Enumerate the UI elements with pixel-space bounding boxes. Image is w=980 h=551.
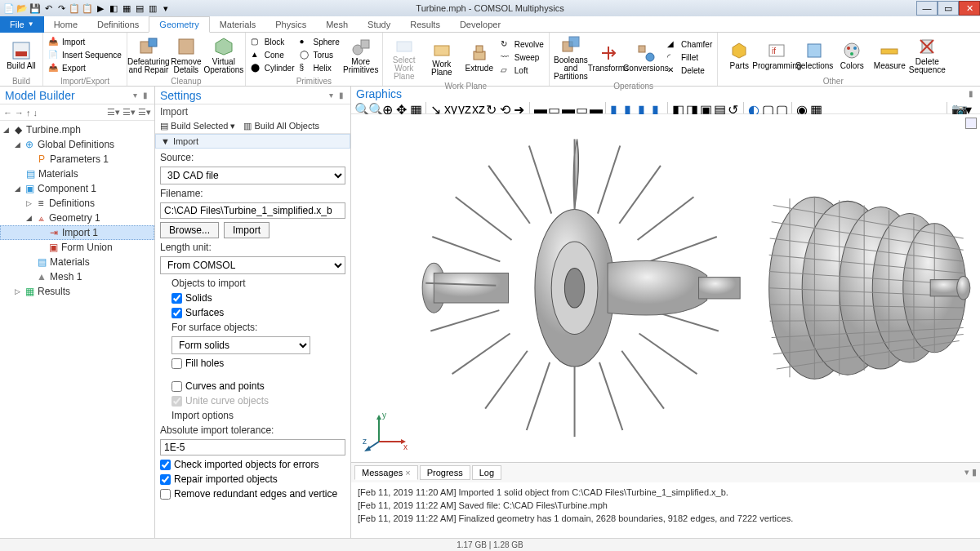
- surfaces-checkbox[interactable]: Surfaces: [172, 307, 345, 318]
- view2-icon[interactable]: ▭: [548, 102, 559, 113]
- import-file-button[interactable]: Import: [224, 222, 270, 238]
- defeaturing-button[interactable]: Defeaturing and Repair: [132, 34, 165, 76]
- curves-points-checkbox[interactable]: Curves and points: [172, 380, 345, 392]
- surface-objects-select[interactable]: Form solids: [172, 336, 310, 354]
- misc-icon[interactable]: ◧: [108, 2, 119, 14]
- clip3-icon[interactable]: ▢: [776, 102, 787, 113]
- file-tab[interactable]: File ▼: [0, 16, 44, 33]
- section-import[interactable]: ▼Import: [155, 134, 350, 149]
- clip2-icon[interactable]: ▢: [762, 102, 773, 113]
- tab-log[interactable]: Log: [472, 465, 501, 480]
- sel2-icon[interactable]: ▮: [624, 102, 635, 113]
- down-icon[interactable]: ↓: [33, 108, 38, 118]
- render4-icon[interactable]: ▤: [714, 102, 725, 113]
- revolve-button[interactable]: ↻Revolve: [501, 38, 544, 51]
- remove-details-button[interactable]: Remove Details: [170, 34, 203, 76]
- fillet-button[interactable]: ◜Fillet: [667, 51, 712, 64]
- browse-button[interactable]: Browse...: [160, 222, 219, 238]
- view4-icon[interactable]: ▭: [576, 102, 587, 113]
- transforms-button[interactable]: Transforms: [592, 34, 625, 81]
- xz-view-icon[interactable]: xy: [444, 102, 456, 113]
- render2-icon[interactable]: ◨: [686, 102, 697, 113]
- source-select[interactable]: 3D CAD file: [160, 167, 345, 184]
- colors-button[interactable]: Colors: [835, 34, 868, 76]
- undo-icon[interactable]: ↶: [42, 2, 54, 14]
- remove-redundant-checkbox[interactable]: Remove redundant edges and vertice: [160, 488, 345, 500]
- export-button[interactable]: 📤Export: [48, 62, 122, 75]
- measure-button[interactable]: Measure: [873, 34, 906, 76]
- transp-icon[interactable]: ▦: [810, 102, 822, 113]
- minimize-button[interactable]: —: [916, 1, 938, 16]
- parts-button[interactable]: Parts: [723, 34, 755, 76]
- sel3-icon[interactable]: ▮: [638, 102, 649, 113]
- misc3-icon[interactable]: ▤: [134, 2, 145, 14]
- tab-messages[interactable]: Messages ×: [354, 465, 418, 480]
- more-primitives-button[interactable]: More Primitives: [345, 34, 377, 76]
- xz2-view-icon[interactable]: xz: [472, 102, 483, 113]
- new-icon[interactable]: 📄: [3, 2, 15, 14]
- maximize-button[interactable]: ▭: [938, 1, 959, 16]
- selections-button[interactable]: Selections: [798, 34, 831, 76]
- tab-progress[interactable]: Progress: [420, 465, 470, 480]
- tab-developer[interactable]: Developer: [450, 16, 510, 33]
- repair-checkbox[interactable]: Repair imported objects: [160, 473, 345, 485]
- tab-physics[interactable]: Physics: [265, 16, 316, 33]
- snapshot-icon[interactable]: 📷: [951, 102, 963, 113]
- settings-controls-icon[interactable]: ▾ ▮: [329, 91, 345, 100]
- delete-button[interactable]: ✕Delete: [667, 64, 712, 78]
- misc2-icon[interactable]: ▦: [121, 2, 132, 14]
- import-button[interactable]: 📥Import: [48, 36, 122, 49]
- back-icon[interactable]: ←: [3, 108, 12, 118]
- tab-home[interactable]: Home: [44, 16, 87, 33]
- tab-geometry[interactable]: Geometry: [149, 16, 209, 33]
- block-button[interactable]: ▢Block: [251, 36, 295, 49]
- print-icon[interactable]: ▾: [965, 102, 977, 113]
- expand-icon[interactable]: ☰▾: [122, 107, 136, 118]
- tree-node-import-1[interactable]: ⇥Import 1: [0, 225, 154, 240]
- abs-tol-input[interactable]: [160, 439, 345, 455]
- tab-definitions[interactable]: Definitions: [87, 16, 149, 33]
- pan-icon[interactable]: ✥: [396, 102, 408, 113]
- delete-sequence-button[interactable]: Delete Sequence: [911, 34, 943, 76]
- box-zoom-icon[interactable]: ▦: [410, 102, 421, 113]
- programming-button[interactable]: ifProgramming: [760, 34, 793, 76]
- clip1-icon[interactable]: ◐: [748, 102, 760, 113]
- sel1-icon[interactable]: ▮: [610, 102, 621, 113]
- run-icon[interactable]: ▶: [95, 2, 106, 14]
- insert-sequence-button[interactable]: 📄Insert Sequence: [48, 49, 122, 62]
- dropdown-icon[interactable]: ▾: [160, 2, 172, 14]
- booleans-button[interactable]: Booleans and Partitions: [555, 34, 587, 81]
- sel4-icon[interactable]: ▮: [652, 102, 663, 113]
- view-cube-icon[interactable]: [965, 118, 977, 129]
- misc4-icon[interactable]: ▥: [147, 2, 158, 14]
- graphics-viewport[interactable]: y x z: [351, 114, 980, 462]
- yz-view-icon[interactable]: yz: [458, 102, 470, 113]
- sweep-button[interactable]: 〰Sweep: [501, 51, 544, 64]
- solids-checkbox[interactable]: Solids: [172, 292, 345, 304]
- copy-icon[interactable]: 📋: [69, 2, 80, 14]
- redo-icon[interactable]: ↷: [56, 2, 67, 14]
- build-all-objects-button[interactable]: ▥ Build All Objects: [243, 121, 319, 131]
- select-work-plane-button[interactable]: Select Work Plane: [388, 34, 421, 81]
- tab-materials[interactable]: Materials: [210, 16, 266, 33]
- zoom-out-icon[interactable]: 🔍: [368, 102, 380, 113]
- check-errors-checkbox[interactable]: Check imported objects for errors: [160, 459, 345, 470]
- forward-icon[interactable]: →: [15, 108, 24, 118]
- open-icon[interactable]: 📂: [16, 2, 28, 14]
- length-unit-select[interactable]: From COMSOL: [160, 256, 345, 274]
- close-button[interactable]: ✕: [959, 1, 980, 16]
- conversions-button[interactable]: Conversions: [630, 34, 662, 81]
- reset-icon[interactable]: ⟲: [500, 102, 511, 113]
- fill-holes-checkbox[interactable]: Fill holes: [172, 358, 345, 369]
- build-selected-button[interactable]: ▤ Build Selected ▾: [160, 121, 235, 131]
- up-icon[interactable]: ↑: [26, 108, 31, 118]
- goto-icon[interactable]: ➜: [514, 102, 525, 113]
- view3-icon[interactable]: ▬: [562, 102, 573, 113]
- helix-button[interactable]: §Helix: [300, 62, 340, 75]
- messages-controls-icon[interactable]: ▾ ▮: [964, 467, 977, 478]
- tab-study[interactable]: Study: [358, 16, 400, 33]
- panel-controls-icon[interactable]: ▾ ▮: [133, 91, 149, 100]
- loft-button[interactable]: ▱Loft: [501, 64, 544, 78]
- filename-input[interactable]: [160, 202, 345, 219]
- render5-icon[interactable]: ↺: [728, 102, 739, 113]
